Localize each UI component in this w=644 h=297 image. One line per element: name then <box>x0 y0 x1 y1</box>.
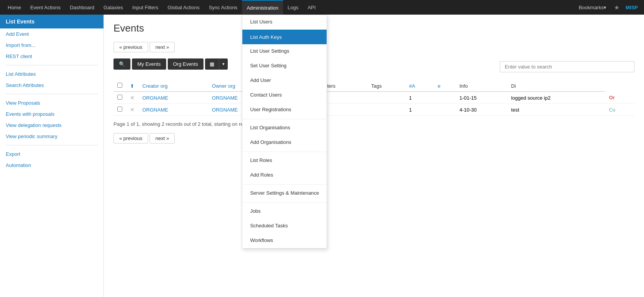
sidebar-item-view-periodic[interactable]: View periodic summary <box>0 131 103 142</box>
dropdown-add-roles[interactable]: Add Roles <box>242 168 327 183</box>
sidebar-item-list-attributes[interactable]: List Attributes <box>0 68 103 80</box>
dropdown-user-registrations[interactable]: User Registrations <box>242 103 327 117</box>
creator-org-1[interactable]: ORGNAME <box>142 95 168 101</box>
sidebar-item-automation[interactable]: Automation <box>0 160 103 171</box>
creator-org-2[interactable]: ORGNAME <box>142 107 168 113</box>
dropdown-add-organisations[interactable]: Add Organisations <box>242 135 327 150</box>
divider-2 <box>242 152 327 152</box>
dropdown-list-auth-keys[interactable]: List Auth Keys <box>242 30 327 44</box>
table-row: ✕ ORGNAME ORGNAME ▲ 4 1 1-01-15 logged s… <box>113 92 634 104</box>
info-2: test <box>507 104 605 116</box>
sidebar-divider-1 <box>6 65 98 65</box>
dropdown-add-user[interactable]: Add User <box>242 73 327 88</box>
dropdown-list-organisations[interactable]: List Organisations <box>242 121 327 135</box>
columns-drop-button[interactable]: ▾ <box>219 58 228 70</box>
col-info: Info <box>455 80 507 92</box>
di-1: Or <box>605 92 634 104</box>
columns-main-button[interactable]: ▦ <box>205 58 219 70</box>
date-2: 4-10-30 <box>455 104 507 116</box>
administration-dropdown: List Users List Auth Keys List User Sett… <box>242 15 327 249</box>
sidebar: List Events Add Event Import from... RES… <box>0 15 104 297</box>
nav-galaxies[interactable]: Galaxies <box>99 0 128 15</box>
delete-icon-1[interactable]: ✕ <box>130 95 135 101</box>
bookmarks-label: Bookmarks <box>579 5 604 10</box>
sidebar-item-add-event[interactable]: Add Event <box>0 28 103 40</box>
next-button[interactable]: next » <box>150 42 175 52</box>
my-events-button[interactable]: My Events <box>132 58 166 70</box>
col-creator-org[interactable]: Creator org <box>138 80 208 92</box>
search-icon: 🔍 <box>119 61 125 67</box>
dropdown-list-user-settings[interactable]: List User Settings <box>242 44 327 59</box>
dropdown-workflows[interactable]: Workflows <box>242 234 327 248</box>
table-row: ✕ ORGNAME ORGNAME ? 5 1 4-10-30 test Co <box>113 104 634 116</box>
pagination-top: « previous next » <box>113 42 634 52</box>
tags-1 <box>367 92 405 104</box>
dropdown-set-user-setting[interactable]: Set User Setting <box>242 59 327 73</box>
prev-button-bottom[interactable]: « previous <box>113 133 148 143</box>
owner-org-2[interactable]: ORGNAME <box>212 107 238 113</box>
sidebar-item-search-attributes[interactable]: Search Attributes <box>0 80 103 91</box>
tags-2 <box>367 104 405 116</box>
nav-administration-wrapper: Administration List Users List Auth Keys… <box>242 0 283 15</box>
dropdown-contact-users[interactable]: Contact Users <box>242 88 327 103</box>
star-icon[interactable]: ★ <box>611 4 622 11</box>
nav-dashboard[interactable]: Dashboard <box>65 0 99 15</box>
sidebar-divider-2 <box>6 94 98 94</box>
search-button[interactable]: 🔍 <box>113 58 130 70</box>
main-content: Events « previous next » 🔍 My Events Org… <box>104 15 644 297</box>
misp-label: MISP <box>622 5 641 10</box>
search-input[interactable] <box>500 61 634 72</box>
page-title: Events <box>113 22 634 34</box>
nav-sync-actions[interactable]: Sync Actions <box>204 0 242 15</box>
hash-a-2: 1 <box>405 104 434 116</box>
divider-4 <box>242 202 327 203</box>
nav-bookmarks[interactable]: Bookmarks ▾ <box>574 0 611 15</box>
dropdown-jobs[interactable]: Jobs <box>242 204 327 219</box>
columns-icon: ▦ <box>210 61 214 67</box>
sidebar-item-export[interactable]: Export <box>0 148 103 160</box>
sidebar-item-view-delegation[interactable]: View delegation requests <box>0 120 103 131</box>
col-hash-a[interactable]: #A <box>405 80 434 92</box>
hash-a-1: 1 <box>405 92 434 104</box>
nav-api[interactable]: API <box>303 0 320 15</box>
divider-3 <box>242 184 327 185</box>
select-all-checkbox[interactable] <box>117 83 122 88</box>
sidebar-active-item: List Events <box>0 15 103 28</box>
row-checkbox-1[interactable] <box>117 95 122 100</box>
date-1: 1-01-15 <box>455 92 507 104</box>
nav-home[interactable]: Home <box>3 0 26 15</box>
delete-icon-2[interactable]: ✕ <box>130 107 135 113</box>
di-2: Co <box>605 104 634 116</box>
col-tags: Tags <box>367 80 405 92</box>
row-checkbox-2[interactable] <box>117 107 122 112</box>
dropdown-server-settings[interactable]: Server Settings & Maintenance <box>242 186 327 201</box>
events-table: ⬆ Creator org Owner org ID Clusters Tags… <box>113 80 634 116</box>
upload-icon: ⬆ <box>130 83 134 89</box>
sidebar-divider-3 <box>6 145 98 145</box>
sidebar-item-import-from[interactable]: Import from... <box>0 40 103 51</box>
columns-split-button: ▦ ▾ <box>205 58 228 70</box>
next-button-bottom[interactable]: next » <box>150 133 175 143</box>
sidebar-item-view-proposals[interactable]: View Proposals <box>0 97 103 108</box>
chevron-down-icon: ▾ <box>604 5 606 10</box>
toolbar: 🔍 My Events Org Events ▦ ▾ <box>113 58 228 70</box>
col-di: Di <box>507 80 605 92</box>
e-1 <box>434 92 455 104</box>
sidebar-item-rest-client[interactable]: REST client <box>0 51 103 62</box>
e-2 <box>434 104 455 116</box>
nav-input-filters[interactable]: Input Filters <box>128 0 163 15</box>
pagination-bottom: « previous next » <box>113 133 634 143</box>
sidebar-item-events-with-proposals[interactable]: Events with proposals <box>0 108 103 120</box>
owner-org-1[interactable]: ORGNAME <box>212 95 238 101</box>
dropdown-list-roles[interactable]: List Roles <box>242 154 327 168</box>
nav-administration[interactable]: Administration <box>242 0 283 15</box>
dropdown-scheduled-tasks[interactable]: Scheduled Tasks <box>242 219 327 234</box>
nav-logs[interactable]: Logs <box>283 0 303 15</box>
col-e[interactable]: e <box>434 80 455 92</box>
prev-button[interactable]: « previous <box>113 42 148 52</box>
top-nav: Home Event Actions Dashboard Galaxies In… <box>0 0 644 15</box>
nav-global-actions[interactable]: Global Actions <box>163 0 204 15</box>
org-events-button[interactable]: Org Events <box>168 58 204 70</box>
nav-event-actions[interactable]: Event Actions <box>26 0 65 15</box>
dropdown-list-users[interactable]: List Users <box>242 15 327 30</box>
